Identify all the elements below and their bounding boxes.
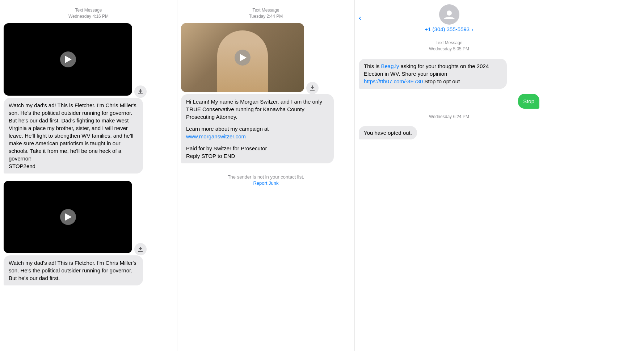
opted-out-bubble: You have opted out.	[359, 126, 417, 139]
download-button-mid[interactable]	[306, 82, 319, 94]
right-column: ‹ +1 (304) 355-5593 › Text Message Wedne…	[355, 0, 543, 351]
left-column: Text Message Wednesday 4:16 PM Watch my …	[0, 0, 177, 351]
video-thumbnail-1[interactable]	[4, 23, 132, 96]
beagly-link[interactable]: Beag.ly	[381, 63, 399, 69]
message-group-2: Watch my dad's ad! This is Fletcher. I'm…	[4, 181, 173, 285]
video-thumbnail-mid[interactable]	[181, 23, 304, 92]
download-line-mid	[310, 90, 315, 91]
download-arrow-mid	[312, 85, 313, 89]
contact-phone[interactable]: +1 (304) 355-5593 ›	[425, 26, 473, 32]
download-line-2	[138, 251, 143, 252]
tth07-link[interactable]: https://tth07.com/-3E730	[364, 78, 423, 84]
contact-header: ‹ +1 (304) 355-5593 ›	[355, 0, 543, 36]
download-arrow-2	[140, 247, 141, 250]
message-group-mid: Hi Leann! My name is Morgan Switzer, and…	[181, 23, 351, 163]
message-bubble-mid: Hi Leann! My name is Morgan Switzer, and…	[181, 94, 334, 163]
video-row-mid	[181, 23, 351, 94]
download-icon-2	[138, 247, 143, 252]
video-row-2	[4, 181, 173, 255]
play-icon-mid	[240, 54, 247, 61]
svg-point-0	[447, 11, 452, 16]
chevron-right-icon: ›	[472, 27, 473, 32]
play-button-1[interactable]	[60, 51, 76, 67]
download-icon-mid	[310, 85, 315, 91]
message-bubble-stop: Stop	[518, 94, 539, 109]
right-messages-area: Text Message Wednesday 5:05 PM This is B…	[355, 36, 543, 145]
timestamp-left-1: Text Message Wednesday 4:16 PM	[68, 7, 109, 20]
timestamp-mid: Text Message Tuesday 2:44 PM	[249, 7, 283, 20]
message-group-1: Watch my dad's ad! This is Fletcher. I'm…	[4, 23, 173, 174]
play-icon-2	[65, 213, 72, 221]
person-icon	[444, 9, 455, 20]
back-button[interactable]: ‹	[359, 13, 361, 23]
download-arrow-1	[140, 89, 141, 93]
sender-notice: The sender is not in your contact list.	[228, 174, 304, 180]
timestamp-right: Text Message Wednesday 5:05 PM	[359, 40, 539, 52]
message-row-sent-stop: Stop	[359, 94, 539, 109]
timestamp-opt-out: Wednesday 6:24 PM	[359, 114, 539, 120]
report-junk-section: The sender is not in your contact list. …	[228, 174, 304, 186]
message-row-opted-out: You have opted out.	[359, 126, 539, 139]
play-icon-1	[65, 56, 72, 63]
video-thumbnail-2[interactable]	[4, 181, 132, 253]
report-junk-link[interactable]: Report Junk	[228, 180, 304, 186]
download-icon-1	[138, 89, 143, 94]
avatar	[439, 4, 459, 25]
play-button-2[interactable]	[60, 209, 76, 225]
morgan-switzer-link[interactable]: www.morganswitzer.com	[186, 133, 329, 140]
video-row-1	[4, 23, 173, 98]
message-row-incoming-1: This is Beag.ly asking for your thoughts…	[359, 59, 539, 89]
message-bubble-1: Watch my dad's ad! This is Fletcher. I'm…	[4, 98, 143, 174]
play-button-mid[interactable]	[235, 50, 251, 66]
message-bubble-incoming-1: This is Beag.ly asking for your thoughts…	[359, 59, 507, 89]
download-button-1[interactable]	[134, 85, 147, 98]
download-button-2[interactable]	[134, 243, 147, 255]
download-line-1	[138, 93, 143, 94]
middle-column: Text Message Tuesday 2:44 PM Hi Leann!	[177, 0, 355, 351]
message-bubble-2: Watch my dad's ad! This is Fletcher. I'm…	[4, 255, 143, 285]
